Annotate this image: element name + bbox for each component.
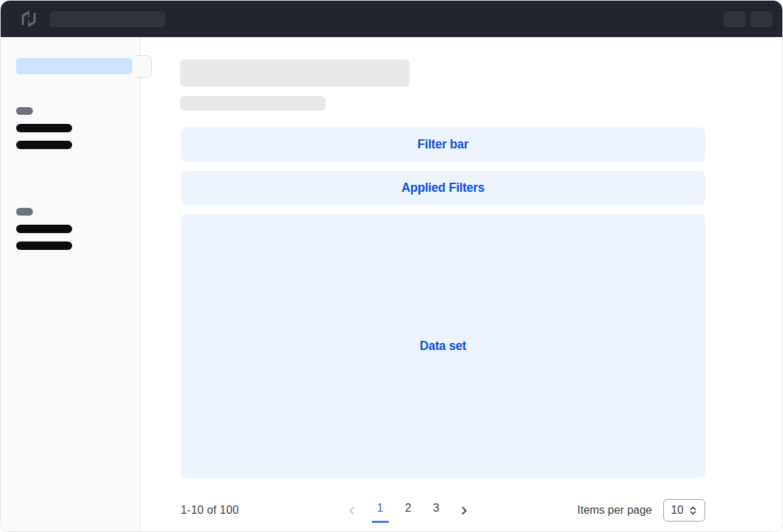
applied-filters-region: Applied Filters (181, 171, 705, 205)
chevron-left-icon[interactable] (344, 502, 361, 519)
items-per-page-select[interactable]: 10 (663, 499, 705, 522)
data-set-region: Data set (181, 214, 705, 478)
items-per-page-control: Items per page 10 (577, 499, 705, 522)
sidebar-collapse-handle[interactable] (137, 55, 152, 78)
page-button-3[interactable]: 3 (428, 498, 445, 523)
chevron-right-icon[interactable] (456, 502, 473, 519)
sidebar-link-placeholder-1[interactable] (16, 124, 72, 132)
items-per-page-label: Items per page (577, 504, 652, 517)
data-set-label: Data set (420, 339, 466, 354)
search-input-placeholder[interactable] (50, 11, 165, 27)
caret-sort-icon (688, 506, 698, 515)
hashicorp-logo-icon (20, 10, 37, 27)
app-window: Filter bar Applied Filters Data set 1-10… (0, 0, 783, 532)
page-title-placeholder (180, 59, 410, 87)
applied-filters-label: Applied Filters (401, 181, 485, 195)
pager: 1 2 3 (344, 498, 473, 523)
pagination-range-text: 1-10 of 100 (181, 504, 239, 517)
app-header (1, 1, 782, 37)
items-per-page-value: 10 (671, 504, 684, 517)
sidebar-section-label-placeholder-2 (16, 208, 33, 216)
page-subtitle-placeholder (180, 96, 326, 111)
sidebar-link-placeholder-2[interactable] (16, 141, 72, 149)
sidebar-link-placeholder-3[interactable] (16, 225, 72, 233)
page-button-2[interactable]: 2 (400, 498, 417, 523)
filter-bar-label: Filter bar (417, 137, 469, 152)
sidebar-section-label-placeholder-1 (16, 107, 33, 115)
page-button-1[interactable]: 1 (372, 498, 389, 523)
header-button-placeholder-2[interactable] (750, 11, 772, 27)
sidebar (1, 37, 141, 531)
sidebar-link-placeholder-4[interactable] (16, 241, 72, 250)
header-button-placeholder-1[interactable] (723, 11, 746, 27)
filter-bar-region: Filter bar (181, 127, 705, 162)
sidebar-active-item-placeholder[interactable] (16, 58, 132, 74)
pagination-bar: 1-10 of 100 1 2 3 Items per page 10 (181, 498, 705, 523)
main-content: Filter bar Applied Filters Data set 1-10… (141, 37, 782, 531)
